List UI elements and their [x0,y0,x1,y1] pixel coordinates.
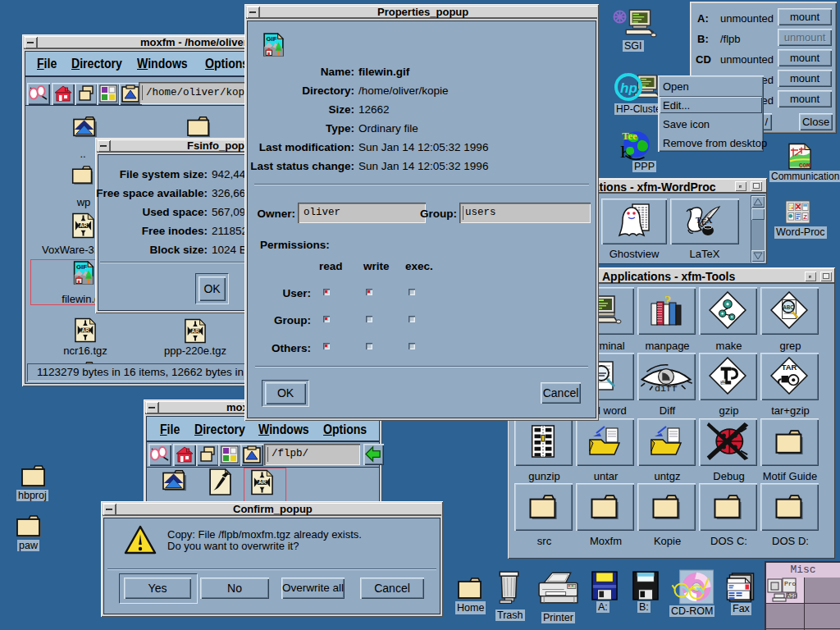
svg-text:App: App [787,592,797,599]
svg-text:Pro: Pro [784,580,797,587]
